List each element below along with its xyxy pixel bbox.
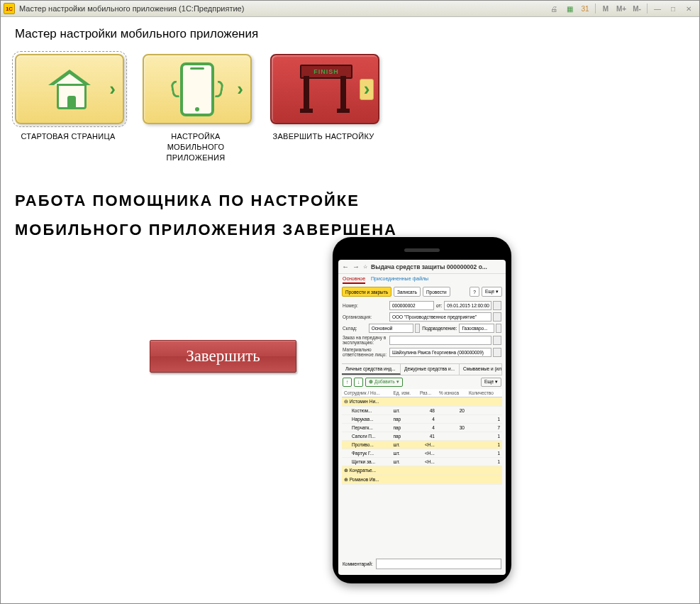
list-toolbar: ↑ ↓ ⊕Добавить ▾ Еще ▾ — [338, 375, 506, 389]
doc-header: ← → ☆ Выдача средств защиты 000000002 о.… — [338, 260, 506, 274]
step-start-button[interactable]: › — [15, 54, 124, 124]
more-button[interactable]: Еще ▾ — [482, 287, 502, 297]
dropdown-icon[interactable] — [493, 336, 501, 345]
m-minus-button[interactable]: M- — [629, 3, 645, 14]
tab-files[interactable]: Присоединенные файлы — [371, 276, 428, 284]
resp-field[interactable]: Шайхулина Раиса Георгиевна (000000009) — [389, 348, 491, 357]
add-button[interactable]: ⊕Добавить ▾ — [365, 378, 403, 387]
chevron-right-icon: › — [237, 78, 243, 100]
doc-toolbar: Провести и закрыть Записать Провести ? Е… — [338, 284, 506, 300]
move-up-icon[interactable]: ↑ — [343, 378, 352, 387]
table-row[interactable]: Нарукав...пар41 — [342, 414, 502, 423]
step-finish: FINISH › ЗАВЕРШИТЬ НАСТРОЙКУ — [270, 54, 377, 163]
phone-shake-icon — [164, 62, 231, 116]
phone-screen: ← → ☆ Выдача средств защиты 000000002 о.… — [338, 260, 506, 575]
post-close-button[interactable]: Провести и закрыть — [342, 287, 391, 297]
chevron-right-icon: › — [109, 78, 116, 100]
comment-row: Комментарий: — [343, 559, 501, 569]
number-label: Номер: — [343, 303, 389, 308]
podrazd-label: Подразделение: — [422, 326, 457, 331]
group-row[interactable]: ⊕ Романов Ив... — [342, 475, 502, 484]
group-row[interactable]: ⊕ Кондратье... — [342, 466, 502, 475]
comment-field[interactable] — [376, 559, 501, 569]
finish-button[interactable]: Завершить — [150, 340, 296, 373]
column-header[interactable]: Сотрудник / Но... — [342, 389, 391, 397]
column-header[interactable]: Ед. изм. — [391, 389, 418, 397]
window-title: Мастер настройки мобильного приложения (… — [19, 4, 546, 13]
subtab-duty[interactable]: Дежурные средства и... — [401, 364, 460, 375]
column-header[interactable]: Количество — [467, 389, 502, 397]
step-mobile: › НАСТРОЙКА МОБИЛЬНОГО ПРИЛОЖЕНИЯ — [143, 54, 249, 163]
forward-icon[interactable]: → — [352, 263, 360, 270]
home-icon — [36, 62, 104, 116]
step-mobile-label: НАСТРОЙКА МОБИЛЬНОГО ПРИЛОЖЕНИЯ — [143, 131, 249, 163]
calculator-icon[interactable]: ▦ — [562, 3, 577, 14]
close-icon[interactable]: ✕ — [681, 3, 696, 14]
titlebar: 1C Мастер настройки мобильного приложени… — [1, 1, 699, 17]
sklad-field[interactable]: Основной — [369, 324, 413, 333]
chevron-right-icon: › — [360, 79, 374, 100]
sub-tabs: Личные средства инд... Дежурные средства… — [342, 363, 502, 375]
column-header[interactable]: Раз... — [418, 389, 437, 397]
step-start-label: СТАРТОВАЯ СТРАНИЦА — [15, 131, 121, 142]
group-row[interactable]: ⊖ Истомин Ни... — [342, 397, 502, 406]
m-plus-button[interactable]: M+ — [613, 3, 629, 14]
dropdown-icon[interactable] — [493, 348, 501, 357]
titlebar-controls: 🖨 ▦ 31 M M+ M- — □ ✕ — [546, 3, 696, 14]
wizard-steps: › СТАРТОВАЯ СТРАНИЦА › НАСТРОЙКА МОБИЛЬН… — [15, 54, 685, 163]
list-more-button[interactable]: Еще ▾ — [481, 378, 501, 387]
phone-speaker-icon — [404, 248, 440, 252]
sklad-label: Склад: — [343, 326, 369, 331]
table-row[interactable]: Противо...шт.<Н...1 — [342, 440, 502, 449]
post-button[interactable]: Провести — [423, 287, 450, 297]
app-window: 1C Мастер настройки мобильного приложени… — [0, 0, 700, 604]
order-field[interactable] — [389, 336, 491, 345]
separator — [595, 4, 596, 13]
save-button[interactable]: Записать — [394, 287, 421, 297]
date-label: от: — [436, 303, 442, 308]
move-down-icon[interactable]: ↓ — [354, 378, 363, 387]
table-row[interactable]: Перчатк...пар4307 — [342, 423, 502, 432]
org-label: Организация: — [343, 314, 389, 319]
order-label: Заказ на передачу в эксплуатацию: — [343, 335, 389, 345]
doc-form: Номер: 000000002 от: 09.01.2015 12:00:00… — [338, 300, 506, 361]
doc-title: Выдача средств защиты 000000002 о... — [371, 263, 487, 270]
column-header[interactable]: % износа — [437, 389, 467, 397]
print-icon[interactable]: 🖨 — [546, 3, 562, 14]
comment-label: Комментарий: — [343, 561, 373, 566]
minimize-icon[interactable]: — — [650, 3, 665, 14]
page-title: Мастер настройки мобильного приложения — [15, 27, 685, 41]
m-button[interactable]: M — [598, 3, 613, 14]
content-area: Мастер настройки мобильного приложения ›… — [1, 17, 699, 603]
finish-gate-icon: FINISH — [291, 62, 359, 116]
table-row[interactable]: Щитки за...шт.<Н...1 — [342, 457, 502, 466]
step-start: › СТАРТОВАЯ СТРАНИЦА — [15, 54, 121, 163]
subtab-wash[interactable]: Смываемые и (или) о... — [460, 364, 502, 375]
doc-tabs: Основное Присоединенные файлы — [338, 274, 506, 284]
back-icon[interactable]: ← — [342, 263, 349, 270]
phone-mockup: ← → ☆ Выдача средств защиты 000000002 о.… — [333, 237, 511, 583]
table-row[interactable]: Фартук Г...шт.<Н...1 — [342, 449, 502, 457]
table-row[interactable]: Сапоги П...пар411 — [342, 432, 502, 440]
step-finish-label: ЗАВЕРШИТЬ НАСТРОЙКУ — [270, 131, 377, 142]
step-mobile-button[interactable]: › — [143, 54, 252, 124]
date-field[interactable]: 09.01.2015 12:00:00 — [444, 301, 491, 310]
number-field[interactable]: 000000002 — [389, 301, 434, 310]
help-button[interactable]: ? — [470, 287, 479, 297]
date-picker-icon[interactable] — [493, 301, 501, 310]
star-icon[interactable]: ☆ — [363, 264, 367, 270]
org-field[interactable]: ООО "Производственное предприятие" — [389, 312, 491, 322]
items-grid[interactable]: Сотрудник / Но...Ед. изм.Раз...% износаК… — [342, 389, 502, 485]
dropdown-icon[interactable] — [493, 312, 501, 322]
subtab-personal[interactable]: Личные средства инд... — [342, 364, 401, 375]
dropdown-icon[interactable] — [415, 324, 421, 333]
app-logo-icon: 1C — [4, 3, 15, 14]
podrazd-field[interactable]: Газосваро... — [459, 324, 494, 333]
separator — [647, 4, 648, 13]
tab-main[interactable]: Основное — [343, 276, 365, 284]
calendar-icon[interactable]: 31 — [577, 3, 593, 14]
maximize-icon[interactable]: □ — [665, 3, 681, 14]
step-finish-button[interactable]: FINISH › — [270, 54, 379, 124]
table-row[interactable]: Костюм...шт.4820 — [342, 406, 502, 414]
dropdown-icon[interactable] — [496, 324, 501, 333]
